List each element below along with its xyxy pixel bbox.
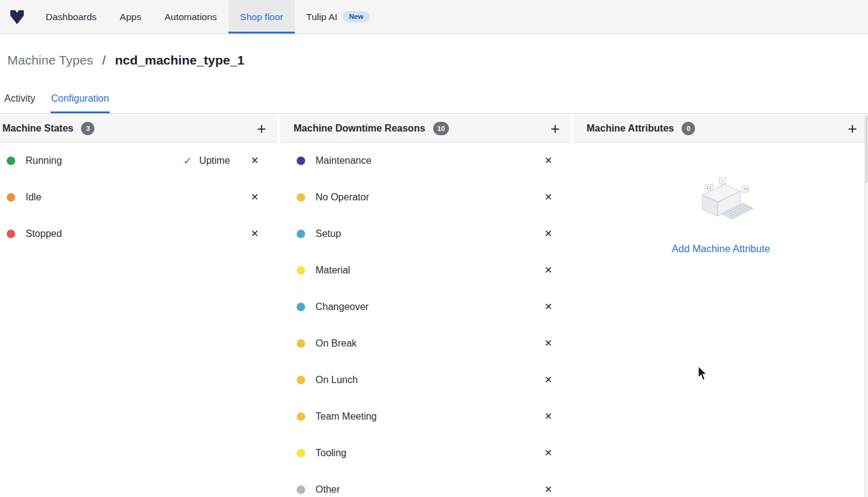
nav-item-label: Shop floor bbox=[240, 12, 283, 23]
uptime-tag[interactable]: ✓Uptime bbox=[183, 155, 230, 166]
machine-attributes-column: Machine Attributes 0 + bbox=[574, 115, 868, 497]
downtime-reasons-header: Machine Downtime Reasons 10 + bbox=[280, 115, 571, 143]
row-label: Setup bbox=[316, 228, 545, 239]
nav-item-automations[interactable]: Automations bbox=[153, 0, 228, 33]
tulip-logo[interactable] bbox=[0, 0, 34, 33]
color-dot bbox=[297, 230, 305, 238]
nav-item-dashboards[interactable]: Dashboards bbox=[34, 0, 108, 33]
svg-text:1.0: 1.0 bbox=[706, 186, 711, 189]
row-label: Stopped bbox=[26, 228, 251, 239]
remove-on-break-button[interactable]: ✕ bbox=[545, 339, 552, 348]
nav-item-label: Automations bbox=[164, 12, 217, 23]
nav-item-label: Dashboards bbox=[46, 12, 97, 23]
remove-material-button[interactable]: ✕ bbox=[545, 266, 552, 275]
remove-no-operator-button[interactable]: ✕ bbox=[545, 192, 552, 202]
nav-item-shop-floor[interactable]: Shop floor bbox=[228, 0, 295, 33]
breadcrumb: Machine Types / ncd_machine_type_1 bbox=[0, 34, 868, 86]
tab-configuration[interactable]: Configuration bbox=[51, 86, 110, 113]
add-machine-attribute-button[interactable]: + bbox=[848, 121, 857, 136]
color-dot bbox=[297, 266, 305, 275]
breadcrumb-separator: / bbox=[102, 53, 106, 68]
remove-other-button[interactable]: ✕ bbox=[545, 485, 552, 495]
machine-downtime-reasons-column: Machine Downtime Reasons 10 + Maintenanc… bbox=[280, 115, 571, 497]
row-label: Running bbox=[26, 155, 183, 166]
tab-activity[interactable]: Activity bbox=[4, 86, 36, 113]
uptime-tag-label: Uptime bbox=[199, 155, 230, 166]
downtime-reason-row-on-break[interactable]: On Break✕ bbox=[280, 325, 571, 362]
row-label: Idle bbox=[26, 192, 251, 203]
machine-attributes-title: Machine Attributes bbox=[587, 123, 674, 134]
row-label: Other bbox=[316, 484, 545, 495]
machine-attributes-header: Machine Attributes 0 + bbox=[574, 115, 868, 143]
page-title: ncd_machine_type_1 bbox=[115, 53, 244, 68]
downtime-reason-row-no-operator[interactable]: No Operator✕ bbox=[280, 179, 571, 216]
remove-setup-button[interactable]: ✕ bbox=[545, 229, 552, 239]
downtime-reason-row-changeover[interactable]: Changeover✕ bbox=[280, 289, 571, 325]
machine-state-row-stopped[interactable]: Stopped✕ bbox=[0, 216, 277, 252]
vertical-scrollbar[interactable] bbox=[864, 115, 868, 497]
color-dot bbox=[297, 303, 305, 311]
downtime-reasons-count-badge: 10 bbox=[433, 122, 449, 135]
tulip-logo-icon bbox=[8, 8, 26, 26]
color-dot bbox=[297, 485, 305, 494]
svg-text:1: 1 bbox=[721, 179, 723, 183]
new-badge: New bbox=[343, 11, 370, 23]
machine-attributes-empty-state: 1 1.0 TT Add Machine Attribute bbox=[574, 143, 868, 255]
remove-tooling-button[interactable]: ✕ bbox=[545, 448, 552, 458]
color-dot bbox=[7, 157, 15, 165]
downtime-reason-row-other[interactable]: Other✕ bbox=[280, 471, 571, 497]
color-dot bbox=[297, 157, 305, 165]
machine-states-header: Machine States 3 + bbox=[0, 115, 277, 143]
machine-state-row-running[interactable]: Running✓Uptime✕ bbox=[0, 143, 277, 179]
machine-state-row-idle[interactable]: Idle✕ bbox=[0, 179, 277, 216]
tab-label: Configuration bbox=[51, 93, 109, 104]
configuration-columns: Machine States 3 + Running✓Uptime✕Idle✕S… bbox=[0, 115, 868, 497]
machine-states-list: Running✓Uptime✕Idle✕Stopped✕ bbox=[0, 143, 277, 497]
downtime-reason-row-setup[interactable]: Setup✕ bbox=[280, 216, 571, 252]
downtime-reason-row-material[interactable]: Material✕ bbox=[280, 252, 571, 289]
remove-on-lunch-button[interactable]: ✕ bbox=[545, 375, 552, 385]
machine-states-column: Machine States 3 + Running✓Uptime✕Idle✕S… bbox=[0, 115, 277, 497]
svg-text:TT: TT bbox=[743, 188, 748, 191]
row-label: No Operator bbox=[316, 192, 545, 203]
top-nav: DashboardsAppsAutomationsShop floorTulip… bbox=[0, 0, 868, 34]
machine-states-count-badge: 3 bbox=[81, 122, 94, 135]
add-downtime-reason-button[interactable]: + bbox=[551, 121, 560, 136]
add-machine-state-button[interactable]: + bbox=[257, 121, 266, 136]
remove-running-button[interactable]: ✕ bbox=[251, 156, 259, 166]
add-machine-attribute-link[interactable]: Add Machine Attribute bbox=[672, 243, 770, 255]
machine-states-title: Machine States bbox=[2, 123, 73, 134]
top-nav-items: DashboardsAppsAutomationsShop floorTulip… bbox=[34, 0, 381, 33]
color-dot bbox=[297, 193, 305, 202]
downtime-reasons-title: Machine Downtime Reasons bbox=[294, 123, 425, 134]
downtime-reason-row-on-lunch[interactable]: On Lunch✕ bbox=[280, 362, 571, 398]
breadcrumb-machine-types-link[interactable]: Machine Types bbox=[7, 53, 93, 68]
row-label: On Break bbox=[316, 338, 545, 349]
remove-idle-button[interactable]: ✕ bbox=[251, 192, 259, 202]
nav-item-tulip-ai[interactable]: Tulip AINew bbox=[295, 0, 381, 33]
downtime-reason-row-team-meeting[interactable]: Team Meeting✕ bbox=[280, 398, 571, 435]
nav-item-apps[interactable]: Apps bbox=[108, 0, 153, 33]
row-label: Team Meeting bbox=[316, 411, 545, 422]
remove-maintenance-button[interactable]: ✕ bbox=[545, 156, 552, 166]
color-dot bbox=[297, 376, 305, 384]
row-label: On Lunch bbox=[316, 375, 545, 386]
remove-stopped-button[interactable]: ✕ bbox=[251, 229, 259, 239]
downtime-reasons-list: Maintenance✕No Operator✕Setup✕Material✕C… bbox=[280, 143, 571, 497]
nav-item-label: Tulip AI bbox=[306, 12, 337, 23]
downtime-reason-row-maintenance[interactable]: Maintenance✕ bbox=[280, 143, 571, 179]
color-dot bbox=[7, 193, 15, 202]
scrollbar-thumb[interactable] bbox=[866, 116, 867, 183]
color-dot bbox=[7, 230, 15, 238]
remove-team-meeting-button[interactable]: ✕ bbox=[545, 412, 552, 421]
row-label: Changeover bbox=[316, 301, 545, 312]
check-icon: ✓ bbox=[183, 156, 192, 166]
downtime-reason-row-tooling[interactable]: Tooling✕ bbox=[280, 435, 571, 471]
tab-label: Activity bbox=[4, 93, 35, 104]
tab-bar: ActivityConfiguration bbox=[0, 86, 868, 114]
color-dot bbox=[297, 449, 305, 457]
machine-attributes-count-badge: 0 bbox=[682, 122, 695, 135]
remove-changeover-button[interactable]: ✕ bbox=[545, 302, 552, 312]
machine-attributes-empty-area: 1 1.0 TT Add Machine Attribute bbox=[574, 143, 868, 497]
machine-illustration-icon: 1 1.0 TT bbox=[685, 176, 757, 232]
